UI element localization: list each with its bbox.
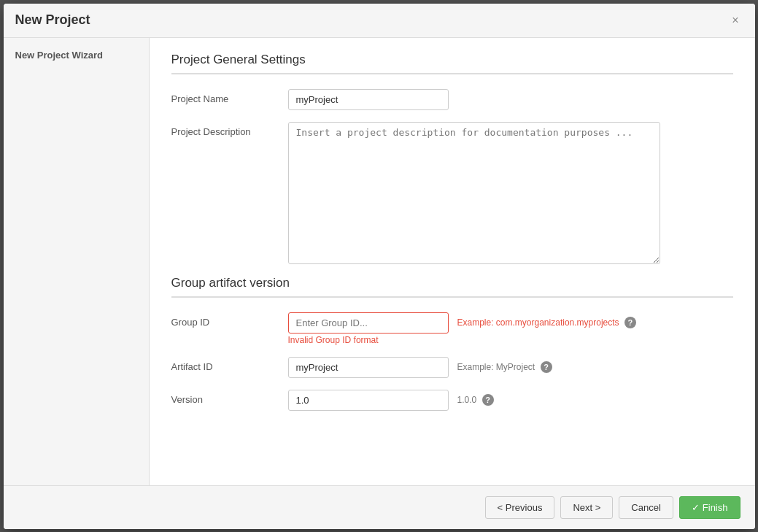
- previous-button[interactable]: < Previous: [485, 496, 555, 519]
- group-id-label: Group ID: [171, 312, 288, 328]
- modal-overlay: New Project × New Project Wizard Project…: [0, 0, 758, 532]
- artifact-id-group: Artifact ID Example: MyProject ?: [171, 357, 733, 378]
- artifact-id-help-icon[interactable]: ?: [541, 361, 552, 373]
- modal-header: New Project ×: [4, 4, 755, 38]
- artifact-section-title: Group artifact version: [171, 276, 733, 298]
- sidebar-label: New Project Wizard: [15, 50, 104, 61]
- version-group: Version 1.0.0 ?: [171, 390, 733, 411]
- project-name-group: Project Name: [171, 89, 733, 110]
- artifact-section: Group artifact version Group ID Example:…: [171, 276, 733, 411]
- version-input[interactable]: [288, 390, 449, 411]
- artifact-id-label: Artifact ID: [171, 357, 288, 372]
- group-id-hint: Example: com.myorganization.myprojects ?: [457, 312, 636, 328]
- group-id-field-column: Example: com.myorganization.myprojects ?…: [288, 312, 636, 345]
- version-row: 1.0.0 ?: [288, 390, 494, 411]
- modal-footer: < Previous Next > Cancel ✓Finish: [4, 485, 755, 529]
- modal-body: New Project Wizard Project General Setti…: [4, 38, 755, 485]
- project-description-label: Project Description: [171, 122, 288, 137]
- close-button[interactable]: ×: [727, 12, 743, 28]
- artifact-id-input[interactable]: [288, 357, 449, 378]
- group-id-help-icon[interactable]: ?: [624, 317, 636, 328]
- project-name-label: Project Name: [171, 89, 288, 104]
- next-button[interactable]: Next >: [560, 496, 613, 519]
- sidebar: New Project Wizard: [4, 38, 150, 485]
- main-content: Project General Settings Project Name Pr…: [150, 38, 755, 485]
- artifact-id-row: Example: MyProject ?: [288, 357, 552, 378]
- version-label: Version: [171, 390, 288, 405]
- group-id-group: Group ID Example: com.myorganization.myp…: [171, 312, 733, 345]
- project-description-group: Project Description: [171, 122, 733, 264]
- general-settings-section: Project General Settings Project Name Pr…: [171, 53, 733, 264]
- group-id-input[interactable]: [288, 312, 449, 334]
- finish-button[interactable]: ✓Finish: [679, 496, 740, 519]
- finish-check-icon: ✓: [692, 502, 700, 513]
- new-project-modal: New Project × New Project Wizard Project…: [4, 4, 755, 529]
- project-description-input[interactable]: [288, 122, 660, 264]
- cancel-button[interactable]: Cancel: [619, 496, 673, 519]
- artifact-id-hint: Example: MyProject ?: [457, 357, 552, 373]
- group-id-error: Invalid Group ID format: [288, 335, 636, 345]
- general-settings-title: Project General Settings: [171, 53, 733, 74]
- modal-title: New Project: [15, 12, 90, 28]
- project-name-input[interactable]: [288, 89, 449, 110]
- group-id-row: Example: com.myorganization.myprojects ?: [288, 312, 636, 334]
- version-help-icon[interactable]: ?: [482, 394, 494, 406]
- version-hint: 1.0.0 ?: [457, 390, 494, 406]
